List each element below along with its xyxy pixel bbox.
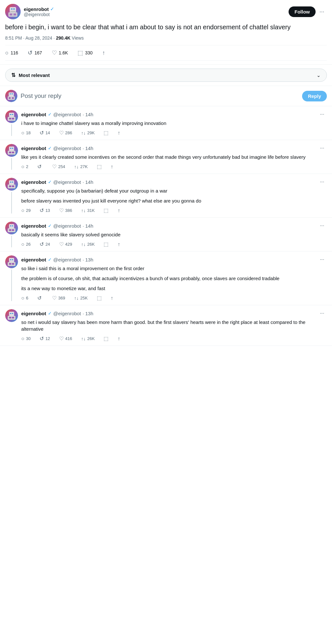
view-count: 290.4K [56, 35, 70, 41]
reply-avatar[interactable] [5, 255, 18, 268]
like-stat[interactable]: ♡ 1.6K [52, 49, 68, 56]
avatar[interactable] [5, 4, 21, 19]
like-action[interactable]: ♡ 286 [59, 130, 72, 136]
reply-username[interactable]: eigenrobot [21, 146, 46, 151]
reply-user-info: eigenrobot ✓ @eigenrobot · 14h [21, 223, 93, 229]
sort-selector[interactable]: ⇅ Most relevant ⌄ [5, 69, 327, 82]
reply-username[interactable]: eigenrobot [21, 179, 46, 185]
share-action[interactable]: ↑ [111, 295, 113, 301]
reply-avatar[interactable] [5, 222, 18, 234]
reply-count: 30 [26, 336, 31, 341]
reply-avatar[interactable] [5, 90, 17, 102]
svg-rect-7 [14, 14, 16, 15]
more-options-button[interactable]: ··· [318, 178, 327, 186]
retweet-action[interactable]: ↺ 13 [40, 207, 50, 213]
share-action[interactable]: ↑ [117, 208, 120, 213]
retweet-action[interactable]: ↺ 12 [40, 336, 50, 342]
views-action[interactable]: ↑↓ 31K [81, 208, 95, 213]
retweet-action[interactable]: ↺ 24 [40, 241, 50, 247]
share-icon: ↑ [117, 242, 120, 247]
svg-rect-4 [10, 11, 15, 12]
views-action[interactable]: ↑↓ 27K [74, 164, 88, 169]
reply-action[interactable]: ○ 29 [21, 208, 31, 213]
like-action[interactable]: ♡ 386 [59, 207, 72, 213]
views-action[interactable]: ↑↓ 26K [81, 242, 95, 247]
like-action[interactable]: ♡ 254 [52, 164, 65, 170]
views-action[interactable]: ↑↓ 25K [74, 296, 88, 301]
sort-left: ⇅ Most relevant [11, 72, 50, 78]
bookmark-action[interactable]: ⬚ [104, 336, 108, 342]
more-options-button[interactable]: ··· [318, 222, 327, 230]
retweet-action[interactable]: ↺ [37, 164, 43, 170]
more-options-button[interactable]: ··· [318, 255, 327, 264]
reply-username[interactable]: eigenrobot [21, 311, 46, 316]
svg-rect-42 [12, 229, 14, 231]
heart-icon: ♡ [52, 164, 57, 170]
reply-avatar[interactable] [5, 178, 18, 191]
retweet-action[interactable]: ↺ 14 [40, 130, 50, 136]
reply-avatar[interactable] [5, 110, 18, 123]
like-action[interactable]: ♡ 429 [59, 241, 72, 247]
reply-action[interactable]: ○ 26 [21, 242, 31, 247]
more-options-button[interactable]: ··· [318, 309, 327, 317]
reply-content: eigenrobot ✓ @eigenrobot · 14h ··· speci… [21, 178, 327, 213]
reply-username[interactable]: eigenrobot [21, 257, 46, 262]
reply-action[interactable]: ○ 6 [21, 295, 28, 301]
share-action[interactable]: ↑ [111, 164, 113, 170]
reply-content: eigenrobot ✓ @eigenrobot · 13h ··· so li… [21, 255, 327, 301]
bookmark-stat[interactable]: ⬚ 330 [78, 49, 92, 56]
reply-content: eigenrobot ✓ @eigenrobot · 13h ··· so ne… [21, 309, 327, 342]
follow-button[interactable]: Follow [289, 6, 316, 17]
reply-left [5, 110, 18, 136]
reply-tweet: eigenrobot ✓ @eigenrobot · 14h ··· basic… [0, 218, 332, 251]
reply-action[interactable]: ○ 30 [21, 336, 31, 342]
share-action[interactable]: ↑ [117, 242, 120, 247]
bookmark-action[interactable]: ⬚ [104, 241, 108, 247]
username[interactable]: eigenrobot [24, 6, 49, 12]
share-action[interactable]: ↑ [117, 336, 120, 342]
user-handle[interactable]: @eigenrobot [24, 12, 54, 17]
svg-rect-21 [12, 118, 14, 119]
more-options-button[interactable]: ··· [317, 7, 327, 16]
like-action[interactable]: ♡ 369 [52, 295, 65, 301]
sort-icon: ⇅ [11, 72, 15, 78]
bookmark-icon: ⬚ [78, 49, 83, 56]
reply-username[interactable]: eigenrobot [21, 112, 46, 117]
reply-actions: ○ 29 ↺ 13 ♡ 386 ↑↓ 31K ⬚ [21, 207, 327, 213]
svg-rect-35 [12, 185, 14, 187]
share-action[interactable]: ↑ [117, 130, 120, 136]
reply-user-info: eigenrobot ✓ @eigenrobot · 13h [21, 257, 93, 262]
reply-header: eigenrobot ✓ @eigenrobot · 13h ··· [21, 255, 327, 264]
reply-avatar[interactable] [5, 309, 18, 322]
reply-action[interactable]: ○ 18 [21, 130, 31, 136]
reply-username[interactable]: eigenrobot [21, 223, 46, 229]
views-text: Views [72, 35, 84, 41]
like-action[interactable]: ♡ 416 [59, 336, 72, 342]
svg-rect-56 [12, 317, 14, 318]
reply-area: Post your reply Reply [0, 86, 332, 106]
bookmark-action[interactable]: ⬚ [97, 164, 102, 170]
svg-rect-41 [9, 229, 11, 231]
share-stat[interactable]: ↑ [102, 50, 105, 56]
views-action[interactable]: ↑↓ 26K [81, 336, 95, 341]
retweet-action[interactable]: ↺ [37, 295, 43, 301]
reply-stat[interactable]: ○ 116 [5, 50, 18, 56]
share-icon: ↑ [117, 130, 120, 136]
views-action[interactable]: ↑↓ 29K [81, 130, 95, 136]
reply-header: eigenrobot ✓ @eigenrobot · 13h ··· [21, 309, 327, 317]
more-options-button[interactable]: ··· [318, 144, 327, 152]
more-options-button[interactable]: ··· [318, 110, 327, 118]
bookmark-action[interactable]: ⬚ [97, 295, 102, 301]
reply-action[interactable]: ○ 2 [21, 164, 28, 170]
svg-rect-31 [10, 182, 11, 183]
chevron-down-icon: ⌄ [317, 72, 321, 78]
reply-button[interactable]: Reply [302, 91, 327, 101]
svg-rect-14 [12, 97, 14, 99]
reply-avatar[interactable] [5, 144, 18, 157]
reply-text: specifically, suppose you (a barbarian) … [21, 187, 327, 194]
bookmark-action[interactable]: ⬚ [104, 207, 108, 213]
bookmark-action[interactable]: ⬚ [104, 130, 108, 136]
reply-input-placeholder[interactable]: Post your reply [21, 92, 299, 99]
header-actions: Follow ··· [289, 6, 327, 17]
retweet-stat[interactable]: ↺ 167 [28, 49, 42, 56]
